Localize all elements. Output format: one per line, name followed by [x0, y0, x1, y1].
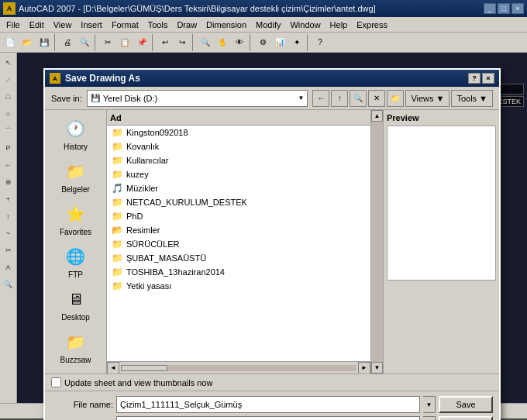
- menu-help[interactable]: Help: [326, 19, 353, 31]
- tool-copy-obj[interactable]: ⊕: [1, 174, 16, 190]
- tb-save[interactable]: 💾: [36, 34, 53, 51]
- scroll-down-button[interactable]: ▼: [371, 362, 383, 374]
- tool-stretch[interactable]: ↕: [1, 208, 16, 224]
- filetype-dropdown-arrow[interactable]: ▼: [423, 416, 436, 420]
- tb-preview[interactable]: 🔍: [76, 34, 93, 51]
- file-item-4[interactable]: 🎵 Müzikler: [107, 181, 370, 195]
- minimize-button[interactable]: _: [484, 3, 496, 14]
- scroll-track-v[interactable]: [371, 122, 383, 362]
- place-favorites[interactable]: ⭐ Favorites: [48, 198, 104, 239]
- scroll-up-button[interactable]: ▲: [371, 110, 383, 122]
- search-places-button[interactable]: 🔍: [350, 90, 367, 107]
- scroll-track[interactable]: [121, 365, 356, 371]
- menu-tools[interactable]: Tools: [143, 19, 173, 31]
- tool-rect[interactable]: □: [1, 89, 16, 105]
- folder-icon-9: 📁: [112, 253, 123, 263]
- tb-layer[interactable]: 📊: [271, 34, 288, 51]
- tool-offset[interactable]: +: [1, 191, 16, 207]
- file-item-7[interactable]: 📂 Resimler: [107, 223, 370, 237]
- file-name-0: Kingston092018: [126, 128, 188, 137]
- scroll-thumb[interactable]: [121, 365, 167, 371]
- tb-help[interactable]: ?: [312, 34, 329, 51]
- file-item-0[interactable]: 📁 Kingston092018: [107, 126, 370, 139]
- tool-line[interactable]: ⟋: [1, 72, 16, 88]
- thumbnail-checkbox[interactable]: [51, 377, 61, 387]
- file-item-8[interactable]: 📁 SÜRÜCÜLER: [107, 237, 370, 251]
- up-button[interactable]: ↑: [331, 90, 348, 107]
- filetype-input[interactable]: AutoCAD 2007 Drawing (*.dwg): [116, 416, 420, 420]
- file-item-1[interactable]: 📁 Kovanlık: [107, 139, 370, 153]
- tb-undo[interactable]: ↩: [157, 34, 174, 51]
- tool-text[interactable]: A: [1, 260, 16, 275]
- place-belgeler[interactable]: 📁 Belgeler: [48, 156, 104, 197]
- place-desktop[interactable]: 🖥 Desktop: [48, 284, 104, 325]
- place-ftp[interactable]: 🌐 FTP: [48, 241, 104, 282]
- file-list-scroll[interactable]: 📁 Kingston092018 📁 Kovanlık: [107, 126, 370, 361]
- file-item-11[interactable]: 📁 Yetki yasası: [107, 279, 370, 293]
- views-button[interactable]: Views ▼: [405, 90, 450, 107]
- file-item-2[interactable]: 📁 Kullanıcılar: [107, 153, 370, 167]
- vertical-scrollbar[interactable]: ▲ ▼: [370, 110, 383, 374]
- place-history[interactable]: 🕐 History: [48, 113, 104, 154]
- tool-zoom-btn[interactable]: 🔍: [1, 277, 16, 292]
- file-item-5[interactable]: 📁 NETCAD_KURULUM_DESTEK: [107, 195, 370, 209]
- filename-input[interactable]: Çizim1_111111_Selçuk_Gümüş: [116, 396, 420, 413]
- tool-circle[interactable]: ○: [1, 106, 16, 122]
- menu-view[interactable]: View: [49, 19, 77, 31]
- save-button[interactable]: Save: [439, 396, 493, 413]
- location-dropdown[interactable]: 💾 Yerel Disk (D:) ▼: [87, 90, 308, 107]
- scroll-left-button[interactable]: ◄: [107, 362, 119, 374]
- ftp-icon: 🌐: [64, 244, 88, 269]
- menu-dimension[interactable]: Dimension: [202, 19, 251, 31]
- menu-modify[interactable]: Modify: [251, 19, 285, 31]
- file-item-6[interactable]: 📁 PhD: [107, 209, 370, 223]
- place-belgeler-label: Belgeler: [61, 185, 90, 194]
- folder-icon-4: 🎵: [112, 183, 123, 194]
- menu-draw[interactable]: Draw: [172, 19, 202, 31]
- tb-properties[interactable]: ⚙: [254, 34, 271, 51]
- file-item-3[interactable]: 📁 kuzey: [107, 167, 370, 181]
- tool-trim[interactable]: ✂: [1, 243, 16, 258]
- new-folder-button[interactable]: 📁: [387, 90, 404, 107]
- file-item-9[interactable]: 📁 ŞUBAT_MASAÜSTÜ: [107, 251, 370, 265]
- tool-select[interactable]: ↖: [1, 55, 16, 71]
- tb-print[interactable]: 🖨: [59, 34, 76, 51]
- tb-paste[interactable]: 📌: [133, 34, 150, 51]
- tb-zoom[interactable]: 🔍: [197, 34, 214, 51]
- menu-insert[interactable]: Insert: [76, 19, 107, 31]
- tb-redo[interactable]: ↪: [174, 34, 191, 51]
- maximize-button[interactable]: □: [498, 3, 510, 14]
- menu-express[interactable]: Express: [352, 19, 392, 31]
- close-button[interactable]: ×: [512, 3, 524, 14]
- dialog-close-button[interactable]: ×: [482, 73, 494, 84]
- filename-dropdown-arrow[interactable]: ▼: [423, 396, 436, 413]
- file-item-10[interactable]: 📁 TOSHIBA_13haziran2014: [107, 265, 370, 279]
- back-button[interactable]: ←: [312, 90, 329, 107]
- tb-new[interactable]: 📄: [2, 34, 19, 51]
- cancel-button[interactable]: Cancel: [439, 416, 493, 420]
- dialog-help-button[interactable]: ?: [468, 73, 480, 84]
- left-toolbox: ↖ ⟋ □ ○ ⌒ P ← ⊕ + ↕ ~ ✂ A 🔍: [0, 53, 17, 403]
- tools-button[interactable]: Tools ▼: [451, 90, 493, 107]
- place-buzzsaw[interactable]: 📁 Buzzsaw: [48, 326, 104, 367]
- tb-view[interactable]: 👁: [231, 34, 248, 51]
- dialog-body: 🕐 History 📁 Belgeler ⭐ Favorites: [45, 110, 499, 374]
- tb-pan[interactable]: ✋: [214, 34, 231, 51]
- dialog-title-icon: A: [50, 73, 60, 84]
- tool-polyline[interactable]: P: [1, 140, 16, 156]
- tb-match[interactable]: ✦: [288, 34, 305, 51]
- tool-move[interactable]: ←: [1, 157, 16, 173]
- delete-button[interactable]: ✕: [368, 90, 385, 107]
- menu-edit[interactable]: Edit: [25, 19, 49, 31]
- tool-arc[interactable]: ⌒: [1, 123, 16, 139]
- menu-file[interactable]: File: [2, 19, 25, 31]
- tb-cut[interactable]: ✂: [99, 34, 116, 51]
- scroll-right-button[interactable]: ►: [358, 362, 370, 374]
- horizontal-scrollbar[interactable]: ◄ ►: [107, 361, 370, 374]
- tool-fillet[interactable]: ~: [1, 225, 16, 241]
- menu-format[interactable]: Format: [107, 19, 143, 31]
- places-panel: 🕐 History 📁 Belgeler ⭐ Favorites: [45, 110, 107, 374]
- tb-copy[interactable]: 📋: [116, 34, 133, 51]
- tb-open[interactable]: 📂: [19, 34, 36, 51]
- menu-window[interactable]: Window: [285, 19, 325, 31]
